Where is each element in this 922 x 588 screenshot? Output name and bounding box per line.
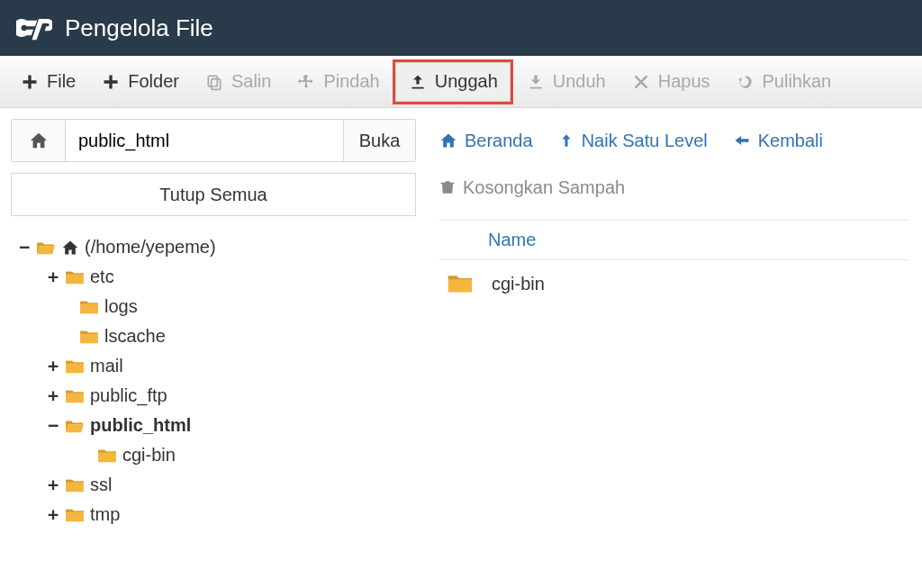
tree-item-lscache[interactable]: lscache xyxy=(11,321,416,351)
folder-open-icon xyxy=(65,418,85,434)
restore-label: Pulihkan xyxy=(763,71,832,92)
collapse-icon[interactable]: − xyxy=(18,232,31,262)
tree-item-public-ftp[interactable]: + public_ftp xyxy=(11,381,416,411)
folder-icon xyxy=(65,358,85,375)
folder-icon xyxy=(65,269,85,285)
delete-button[interactable]: Hapus xyxy=(619,56,723,108)
back-link[interactable]: Kembali xyxy=(733,131,823,151)
home-icon xyxy=(29,131,49,150)
upload-icon xyxy=(408,72,428,92)
new-file-button[interactable]: File xyxy=(7,56,88,108)
tree-label: lscache xyxy=(104,321,166,351)
go-label: Buka xyxy=(359,131,401,151)
new-folder-button[interactable]: Folder xyxy=(88,56,192,108)
folder-tree: − (/home/yepeme) + etc logs xyxy=(11,232,416,529)
tree-item-public-html[interactable]: − public_html xyxy=(11,411,416,440)
name-header-label[interactable]: Name xyxy=(488,230,536,249)
move-icon xyxy=(296,72,316,92)
tree-label: tmp xyxy=(90,500,120,529)
arrow-left-icon xyxy=(733,131,751,149)
tree-item-tmp[interactable]: + tmp xyxy=(11,500,416,529)
new-folder-label: Folder xyxy=(128,71,179,92)
beranda-label: Beranda xyxy=(465,131,533,151)
file-name: cgi-bin xyxy=(492,274,545,294)
upload-button[interactable]: Unggah xyxy=(393,59,513,104)
tree-item-mail[interactable]: + mail xyxy=(11,351,416,381)
home-button[interactable] xyxy=(12,120,66,161)
empty-trash-label: Kosongkan Sampah xyxy=(463,177,625,198)
expand-icon[interactable]: + xyxy=(47,470,59,500)
up-label: Naik Satu Level xyxy=(582,131,708,151)
copy-label: Salin xyxy=(231,71,271,92)
tree-label: etc xyxy=(90,262,114,292)
arrow-up-icon xyxy=(558,131,574,149)
up-one-level-link[interactable]: Naik Satu Level xyxy=(558,131,708,151)
tree-label: logs xyxy=(104,292,138,321)
tree-item-logs[interactable]: logs xyxy=(11,292,416,321)
path-input[interactable] xyxy=(66,120,343,161)
tree-label: cgi-bin xyxy=(122,440,176,470)
download-label: Unduh xyxy=(553,71,606,92)
folder-open-icon xyxy=(36,240,56,256)
delete-label: Hapus xyxy=(658,71,710,92)
right-actions-row1: Beranda Naik Satu Level Kembali xyxy=(439,119,909,162)
new-file-label: File xyxy=(47,71,76,92)
home-icon xyxy=(61,239,79,257)
plus-icon xyxy=(20,72,40,92)
folder-icon xyxy=(447,273,474,294)
home-icon xyxy=(439,131,457,149)
tree-root[interactable]: − (/home/yepeme) xyxy=(11,232,416,262)
tree-item-cgi-bin[interactable]: cgi-bin xyxy=(11,440,416,470)
tree-root-label: (/home/yepeme) xyxy=(85,232,216,262)
delete-icon xyxy=(631,72,651,92)
svg-rect-1 xyxy=(212,78,221,89)
close-all-button[interactable]: Tutup Semua xyxy=(11,173,416,216)
expand-icon[interactable]: + xyxy=(47,351,59,381)
collapse-icon[interactable]: − xyxy=(47,411,59,440)
right-panel: Beranda Naik Satu Level Kembali Kosongka… xyxy=(427,108,922,588)
toolbar: File Folder Salin Pindah Unggah Unduh xyxy=(0,56,922,108)
tree-item-etc[interactable]: + etc xyxy=(11,262,416,292)
go-button[interactable]: Buka xyxy=(343,120,415,161)
folder-icon xyxy=(79,329,99,345)
close-all-label: Tutup Semua xyxy=(159,185,267,205)
cpanel-logo-icon xyxy=(16,10,52,46)
beranda-link[interactable]: Beranda xyxy=(439,131,533,151)
download-icon xyxy=(526,72,546,92)
empty-trash-link[interactable]: Kosongkan Sampah xyxy=(439,177,625,198)
folder-icon xyxy=(79,299,99,315)
tree-label: mail xyxy=(90,351,123,381)
expand-icon[interactable]: + xyxy=(47,381,59,411)
download-button[interactable]: Unduh xyxy=(513,56,619,108)
file-row[interactable]: cgi-bin xyxy=(439,260,909,294)
folder-icon xyxy=(97,448,117,464)
restore-icon xyxy=(736,72,755,92)
upload-label: Unggah xyxy=(435,71,498,92)
expand-icon[interactable]: + xyxy=(47,262,59,292)
svg-rect-0 xyxy=(208,76,217,86)
tree-label: public_ftp xyxy=(90,381,167,411)
folder-icon xyxy=(65,477,85,493)
move-label: Pindah xyxy=(323,71,379,92)
tree-item-ssl[interactable]: + ssl xyxy=(11,470,416,500)
app-header: Pengelola File xyxy=(0,0,922,56)
back-label: Kembali xyxy=(758,131,823,151)
tree-label: ssl xyxy=(90,470,112,500)
copy-button[interactable]: Salin xyxy=(192,56,284,108)
trash-icon xyxy=(439,178,456,196)
path-bar: Buka xyxy=(11,119,416,162)
copy-icon xyxy=(204,72,224,92)
right-actions-row2: Kosongkan Sampah xyxy=(439,166,909,209)
plus-icon xyxy=(101,72,121,92)
left-panel: Buka Tutup Semua − (/home/yepeme) + etc xyxy=(0,108,427,588)
move-button[interactable]: Pindah xyxy=(284,56,392,108)
restore-button[interactable]: Pulihkan xyxy=(723,56,845,108)
content: Buka Tutup Semua − (/home/yepeme) + etc xyxy=(0,108,922,588)
folder-icon xyxy=(65,388,85,404)
folder-icon xyxy=(65,507,85,523)
tree-label: public_html xyxy=(90,411,191,440)
column-header-name[interactable]: Name xyxy=(439,220,909,260)
app-title: Pengelola File xyxy=(65,14,213,42)
expand-icon[interactable]: + xyxy=(47,500,59,529)
